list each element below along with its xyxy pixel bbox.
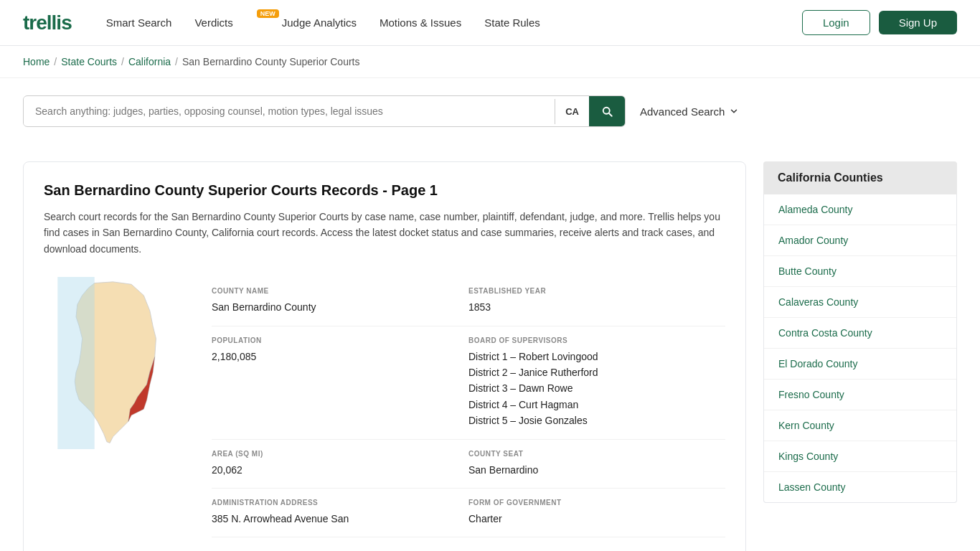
state-badge: CA [555, 99, 589, 124]
supervisor-entry: District 5 – Josie Gonzales [468, 413, 725, 428]
established-label: ESTABLISHED YEAR [468, 287, 725, 295]
breadcrumb-sep-3: / [175, 56, 178, 67]
chevron-down-icon [729, 106, 739, 116]
county-map [44, 277, 194, 449]
county-seat-value: San Bernardino [468, 462, 725, 478]
main-nav: Smart Search Verdicts NEW Judge Analytic… [106, 17, 802, 29]
breadcrumb-home[interactable]: Home [23, 56, 50, 67]
population-cell: POPULATION 2,180,085 [212, 326, 468, 440]
new-badge: NEW [257, 9, 279, 18]
search-icon [600, 105, 613, 118]
county-name-cell: COUNTY NAME San Bernardino County [212, 277, 468, 326]
nav-judge-analytics[interactable]: Judge Analytics [282, 17, 357, 29]
county-name-label: COUNTY NAME [212, 287, 468, 295]
breadcrumb-sep-1: / [54, 56, 57, 67]
search-input[interactable] [24, 97, 555, 126]
search-section: CA Advanced Search [0, 78, 980, 144]
address-label: ADMINISTRATION ADDRESS [212, 499, 468, 507]
svg-rect-2 [57, 277, 94, 449]
sidebar-county-item[interactable]: Kings County [764, 441, 956, 472]
sidebar-county-item[interactable]: Calaveras County [764, 287, 956, 318]
government-cell: FORM OF GOVERNMENT Charter [468, 489, 725, 537]
county-seat-label: COUNTY SEAT [468, 450, 725, 458]
government-label: FORM OF GOVERNMENT [468, 499, 725, 507]
sidebar-county-item[interactable]: Butte County [764, 256, 956, 287]
breadcrumb-current: San Bernardino County Superior Courts [182, 56, 359, 67]
login-button[interactable]: Login [802, 10, 870, 35]
supervisors-label: BOARD OF SUPERVISORS [468, 336, 725, 344]
sidebar: California Counties Alameda CountyAmador… [763, 161, 957, 503]
search-container: CA [23, 95, 626, 127]
supervisors-cell: BOARD OF SUPERVISORS District 1 – Robert… [468, 326, 725, 440]
breadcrumb-california[interactable]: California [128, 56, 171, 67]
established-cell: ESTABLISHED YEAR 1853 [468, 277, 725, 326]
breadcrumb: Home / State Courts / California / San B… [0, 46, 980, 78]
sidebar-county-item[interactable]: El Dorado County [764, 349, 956, 380]
nav-motions-issues[interactable]: Motions & Issues [380, 17, 461, 29]
county-info: COUNTY NAME San Bernardino County ESTABL… [44, 277, 725, 537]
supervisors-value: District 1 – Robert LovingoodDistrict 2 … [468, 349, 725, 429]
sidebar-list: Alameda CountyAmador CountyButte CountyC… [763, 194, 957, 503]
supervisor-entry: District 1 – Robert Lovingood [468, 349, 725, 364]
header-actions: Login Sign Up [802, 10, 957, 35]
page-title: San Bernardino County Superior Courts Re… [44, 182, 725, 199]
county-details: COUNTY NAME San Bernardino County ESTABL… [212, 277, 725, 537]
logo[interactable]: trellis [23, 11, 72, 34]
supervisor-entry: District 4 – Curt Hagman [468, 397, 725, 413]
area-value: 20,062 [212, 462, 468, 478]
advanced-search[interactable]: Advanced Search [640, 105, 739, 118]
sidebar-county-item[interactable]: Fresno County [764, 380, 956, 410]
sidebar-county-item[interactable]: Alameda County [764, 194, 956, 225]
nav-state-rules[interactable]: State Rules [484, 17, 540, 29]
main-layout: San Bernardino County Superior Courts Re… [0, 144, 980, 551]
population-value: 2,180,085 [212, 349, 468, 364]
sidebar-county-item[interactable]: Amador County [764, 225, 956, 256]
sidebar-county-item[interactable]: Kern County [764, 410, 956, 441]
supervisor-entry: District 2 – Janice Rutherford [468, 364, 725, 380]
county-seat-cell: COUNTY SEAT San Bernardino [468, 440, 725, 489]
breadcrumb-sep-2: / [121, 56, 124, 67]
california-map-svg [44, 277, 194, 449]
content-area: San Bernardino County Superior Courts Re… [23, 161, 746, 551]
address-cell: ADMINISTRATION ADDRESS 385 N. Arrowhead … [212, 489, 468, 537]
address-value: 385 N. Arrowhead Avenue San [212, 511, 468, 527]
content-description: Search court records for the San Bernard… [44, 209, 725, 257]
supervisor-entry: District 3 – Dawn Rowe [468, 380, 725, 396]
established-value: 1853 [468, 299, 725, 315]
search-button[interactable] [589, 96, 625, 126]
header: trellis Smart Search Verdicts NEW Judge … [0, 0, 980, 46]
breadcrumb-state-courts[interactable]: State Courts [61, 56, 117, 67]
area-label: AREA (SQ MI) [212, 450, 468, 458]
nav-verdicts[interactable]: Verdicts NEW [194, 17, 258, 29]
sidebar-header: California Counties [763, 161, 957, 194]
county-name-value: San Bernardino County [212, 299, 468, 315]
population-label: POPULATION [212, 336, 468, 344]
area-cell: AREA (SQ MI) 20,062 [212, 440, 468, 489]
sidebar-county-item[interactable]: Lassen County [764, 472, 956, 502]
sidebar-county-item[interactable]: Contra Costa County [764, 318, 956, 349]
government-value: Charter [468, 511, 725, 527]
nav-smart-search[interactable]: Smart Search [106, 17, 172, 29]
signup-button[interactable]: Sign Up [879, 11, 957, 34]
